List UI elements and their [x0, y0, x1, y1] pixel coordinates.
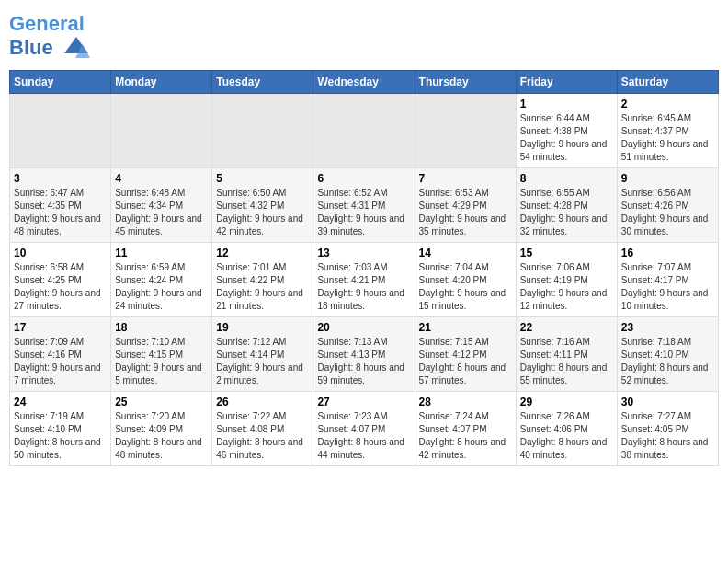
day-cell: 12Sunrise: 7:01 AM Sunset: 4:22 PM Dayli… [212, 243, 313, 317]
day-info: Sunrise: 6:52 AM Sunset: 4:31 PM Dayligh… [317, 187, 410, 238]
day-number: 9 [621, 172, 714, 185]
day-cell: 16Sunrise: 7:07 AM Sunset: 4:17 PM Dayli… [617, 243, 718, 317]
day-number: 28 [419, 396, 512, 408]
day-info: Sunrise: 7:09 AM Sunset: 4:16 PM Dayligh… [14, 336, 107, 387]
day-number: 16 [621, 247, 714, 259]
day-number: 5 [216, 172, 309, 185]
day-info: Sunrise: 7:24 AM Sunset: 4:07 PM Dayligh… [419, 410, 512, 462]
day-cell: 26Sunrise: 7:22 AM Sunset: 4:08 PM Dayli… [212, 392, 313, 466]
day-cell: 29Sunrise: 7:26 AM Sunset: 4:06 PM Dayli… [516, 392, 617, 466]
day-info: Sunrise: 6:53 AM Sunset: 4:29 PM Dayligh… [419, 187, 512, 238]
weekday-header-monday: Monday [111, 71, 212, 94]
day-info: Sunrise: 6:56 AM Sunset: 4:26 PM Dayligh… [621, 187, 714, 238]
day-cell: 19Sunrise: 7:12 AM Sunset: 4:14 PM Dayli… [212, 317, 313, 392]
day-number: 13 [317, 247, 410, 259]
logo-general: General [9, 12, 85, 35]
day-info: Sunrise: 7:15 AM Sunset: 4:12 PM Dayligh… [419, 336, 512, 387]
day-info: Sunrise: 7:19 AM Sunset: 4:10 PM Dayligh… [14, 410, 107, 462]
day-cell: 5Sunrise: 6:50 AM Sunset: 4:32 PM Daylig… [212, 168, 313, 243]
day-number: 1 [520, 98, 613, 110]
day-cell: 2Sunrise: 6:45 AM Sunset: 4:37 PM Daylig… [617, 94, 718, 168]
day-cell: 6Sunrise: 6:52 AM Sunset: 4:31 PM Daylig… [313, 168, 415, 243]
week-row-3: 10Sunrise: 6:58 AM Sunset: 4:25 PM Dayli… [10, 243, 719, 317]
day-number: 27 [317, 396, 410, 408]
day-cell: 15Sunrise: 7:06 AM Sunset: 4:19 PM Dayli… [516, 243, 617, 317]
day-cell: 25Sunrise: 7:20 AM Sunset: 4:09 PM Dayli… [111, 392, 212, 466]
day-info: Sunrise: 7:13 AM Sunset: 4:13 PM Dayligh… [317, 336, 410, 387]
day-info: Sunrise: 7:22 AM Sunset: 4:08 PM Dayligh… [216, 410, 309, 462]
day-info: Sunrise: 7:12 AM Sunset: 4:14 PM Dayligh… [216, 336, 309, 387]
day-info: Sunrise: 7:06 AM Sunset: 4:19 PM Dayligh… [520, 261, 613, 313]
day-cell: 4Sunrise: 6:48 AM Sunset: 4:34 PM Daylig… [111, 168, 212, 243]
day-number: 17 [14, 321, 107, 334]
calendar-table: SundayMondayTuesdayWednesdayThursdayFrid… [9, 70, 719, 466]
day-number: 23 [621, 321, 714, 334]
day-info: Sunrise: 7:10 AM Sunset: 4:15 PM Dayligh… [115, 336, 208, 387]
weekday-header-wednesday: Wednesday [313, 71, 415, 94]
day-number: 24 [14, 396, 107, 408]
weekday-header-friday: Friday [516, 71, 617, 94]
day-cell: 24Sunrise: 7:19 AM Sunset: 4:10 PM Dayli… [10, 392, 111, 466]
day-info: Sunrise: 7:26 AM Sunset: 4:06 PM Dayligh… [520, 410, 613, 462]
day-cell: 7Sunrise: 6:53 AM Sunset: 4:29 PM Daylig… [415, 168, 516, 243]
day-number: 14 [419, 247, 512, 259]
day-cell [111, 94, 212, 168]
day-number: 6 [317, 172, 410, 185]
day-cell [212, 94, 313, 168]
day-cell: 8Sunrise: 6:55 AM Sunset: 4:28 PM Daylig… [516, 168, 617, 243]
logo-icon [63, 35, 90, 63]
day-info: Sunrise: 7:03 AM Sunset: 4:21 PM Dayligh… [317, 261, 410, 313]
day-number: 19 [216, 321, 309, 334]
day-number: 25 [115, 396, 208, 408]
day-info: Sunrise: 7:18 AM Sunset: 4:10 PM Dayligh… [621, 336, 714, 387]
day-cell: 17Sunrise: 7:09 AM Sunset: 4:16 PM Dayli… [10, 317, 111, 392]
day-cell: 21Sunrise: 7:15 AM Sunset: 4:12 PM Dayli… [415, 317, 516, 392]
calendar-header: SundayMondayTuesdayWednesdayThursdayFrid… [10, 71, 719, 94]
day-info: Sunrise: 6:59 AM Sunset: 4:24 PM Dayligh… [115, 261, 208, 313]
day-cell: 20Sunrise: 7:13 AM Sunset: 4:13 PM Dayli… [313, 317, 415, 392]
day-number: 3 [14, 172, 107, 185]
day-info: Sunrise: 6:50 AM Sunset: 4:32 PM Dayligh… [216, 187, 309, 238]
week-row-2: 3Sunrise: 6:47 AM Sunset: 4:35 PM Daylig… [10, 168, 719, 243]
day-info: Sunrise: 7:27 AM Sunset: 4:05 PM Dayligh… [621, 410, 714, 462]
day-number: 30 [621, 396, 714, 408]
weekday-header-thursday: Thursday [415, 71, 516, 94]
day-cell: 9Sunrise: 6:56 AM Sunset: 4:26 PM Daylig… [617, 168, 718, 243]
week-row-5: 24Sunrise: 7:19 AM Sunset: 4:10 PM Dayli… [10, 392, 719, 466]
day-info: Sunrise: 6:47 AM Sunset: 4:35 PM Dayligh… [14, 187, 107, 238]
day-info: Sunrise: 6:45 AM Sunset: 4:37 PM Dayligh… [621, 112, 714, 164]
logo: General Blue [9, 13, 90, 63]
day-info: Sunrise: 7:20 AM Sunset: 4:09 PM Dayligh… [115, 410, 208, 462]
week-row-1: 1Sunrise: 6:44 AM Sunset: 4:38 PM Daylig… [10, 94, 719, 168]
day-number: 18 [115, 321, 208, 334]
weekday-row: SundayMondayTuesdayWednesdayThursdayFrid… [10, 71, 719, 94]
week-row-4: 17Sunrise: 7:09 AM Sunset: 4:16 PM Dayli… [10, 317, 719, 392]
day-number: 29 [520, 396, 613, 408]
day-cell: 30Sunrise: 7:27 AM Sunset: 4:05 PM Dayli… [617, 392, 718, 466]
day-number: 12 [216, 247, 309, 259]
logo-blue: Blue [9, 36, 53, 59]
day-cell: 10Sunrise: 6:58 AM Sunset: 4:25 PM Dayli… [10, 243, 111, 317]
day-cell [10, 94, 111, 168]
day-info: Sunrise: 7:07 AM Sunset: 4:17 PM Dayligh… [621, 261, 714, 313]
day-info: Sunrise: 6:58 AM Sunset: 4:25 PM Dayligh… [14, 261, 107, 313]
day-number: 2 [621, 98, 714, 110]
day-info: Sunrise: 6:48 AM Sunset: 4:34 PM Dayligh… [115, 187, 208, 238]
day-cell: 23Sunrise: 7:18 AM Sunset: 4:10 PM Dayli… [617, 317, 718, 392]
day-info: Sunrise: 7:01 AM Sunset: 4:22 PM Dayligh… [216, 261, 309, 313]
day-cell: 27Sunrise: 7:23 AM Sunset: 4:07 PM Dayli… [313, 392, 415, 466]
day-number: 20 [317, 321, 410, 334]
day-info: Sunrise: 7:04 AM Sunset: 4:20 PM Dayligh… [419, 261, 512, 313]
day-number: 10 [14, 247, 107, 259]
day-number: 22 [520, 321, 613, 334]
day-number: 4 [115, 172, 208, 185]
weekday-header-sunday: Sunday [10, 71, 111, 94]
day-number: 7 [419, 172, 512, 185]
day-info: Sunrise: 6:55 AM Sunset: 4:28 PM Dayligh… [520, 187, 613, 238]
header: General Blue [9, 9, 719, 63]
calendar-body: 1Sunrise: 6:44 AM Sunset: 4:38 PM Daylig… [10, 94, 719, 466]
day-cell: 13Sunrise: 7:03 AM Sunset: 4:21 PM Dayli… [313, 243, 415, 317]
day-number: 15 [520, 247, 613, 259]
day-info: Sunrise: 6:44 AM Sunset: 4:38 PM Dayligh… [520, 112, 613, 164]
day-cell: 14Sunrise: 7:04 AM Sunset: 4:20 PM Dayli… [415, 243, 516, 317]
